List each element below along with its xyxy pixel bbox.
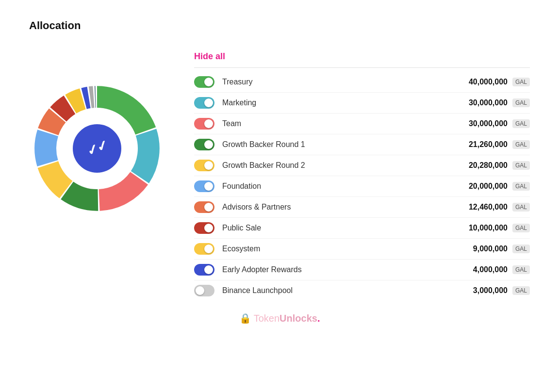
legend-unit: GAL	[512, 224, 530, 232]
legend-label: Treasury	[222, 78, 454, 86]
content-area: ✓✓ Hide all Treasury40,000,000GALMarketi…	[29, 51, 530, 301]
legend-row: Early Adopter Rewards4,000,000GAL	[194, 260, 530, 280]
chart-segment-2	[99, 172, 148, 211]
legend-row: Treasury40,000,000GAL	[194, 72, 530, 93]
toggle-marketing[interactable]	[194, 97, 214, 109]
footer-dot: .	[317, 313, 320, 324]
hide-all-button[interactable]: Hide all	[194, 51, 225, 62]
legend-value: 10,000,000	[454, 224, 508, 232]
donut-chart: ✓✓	[29, 81, 165, 216]
footer-token-text: Token	[254, 313, 280, 324]
toggle-team[interactable]	[194, 118, 214, 130]
chart-segment-1	[131, 129, 160, 183]
toggle-growth-backer-round-2[interactable]	[194, 160, 214, 171]
legend-label: Marketing	[222, 98, 454, 107]
toggle-advisors-&-partners[interactable]	[194, 201, 214, 213]
divider	[194, 67, 530, 68]
legend-list: Treasury40,000,000GALMarketing30,000,000…	[194, 72, 530, 301]
legend-unit: GAL	[512, 78, 530, 86]
toggle-early-adopter-rewards[interactable]	[194, 264, 214, 276]
legend-label: Team	[222, 119, 454, 128]
chart-center-icon: ✓✓	[85, 139, 109, 159]
legend-label: Public Sale	[222, 224, 454, 232]
legend-label: Advisors & Partners	[222, 203, 454, 212]
legend-unit: GAL	[512, 286, 530, 295]
legend-unit: GAL	[512, 140, 530, 149]
legend-value: 12,460,000	[454, 203, 508, 212]
legend-value: 4,000,000	[454, 265, 508, 274]
legend-label: Growth Backer Round 2	[222, 161, 454, 170]
legend-unit: GAL	[512, 203, 530, 212]
chart-segment-5	[34, 130, 58, 166]
footer-unlocks-text: Unlocks	[280, 313, 317, 324]
legend-value: 20,000,000	[454, 182, 508, 191]
legend-unit: GAL	[512, 265, 530, 274]
toggle-ecosystem[interactable]	[194, 243, 214, 255]
legend-row: Growth Backer Round 121,260,000GAL	[194, 134, 530, 155]
legend-row: Ecosystem9,000,000GAL	[194, 239, 530, 260]
footer-icon: 🔒	[239, 313, 251, 324]
legend-row: Growth Backer Round 220,280,000GAL	[194, 155, 530, 176]
toggle-treasury[interactable]	[194, 76, 214, 88]
legend-label: Binance Launchpool	[222, 286, 454, 295]
legend-unit: GAL	[512, 161, 530, 170]
legend-value: 40,000,000	[454, 78, 508, 86]
legend-unit: GAL	[512, 245, 530, 253]
toggle-binance-launchpool[interactable]	[194, 285, 214, 296]
legend-label: Early Adopter Rewards	[222, 265, 454, 274]
legend-area: Hide all Treasury40,000,000GALMarketing3…	[194, 51, 530, 301]
legend-row: Advisors & Partners12,460,000GAL	[194, 197, 530, 218]
legend-value: 20,280,000	[454, 161, 508, 170]
legend-row: Foundation20,000,000GAL	[194, 176, 530, 197]
legend-row: Marketing30,000,000GAL	[194, 93, 530, 114]
page-title: Allocation	[29, 19, 530, 32]
toggle-foundation[interactable]	[194, 180, 214, 192]
legend-value: 30,000,000	[454, 119, 508, 128]
legend-value: 3,000,000	[454, 286, 508, 295]
footer-watermark: 🔒 TokenUnlocks.	[29, 312, 530, 324]
toggle-growth-backer-round-1[interactable]	[194, 139, 214, 150]
legend-unit: GAL	[512, 182, 530, 191]
chart-center-logo: ✓✓	[70, 122, 124, 175]
legend-value: 30,000,000	[454, 98, 508, 107]
toggle-public-sale[interactable]	[194, 222, 214, 234]
legend-row: Team30,000,000GAL	[194, 114, 530, 134]
legend-row: Binance Launchpool3,000,000GAL	[194, 280, 530, 301]
legend-unit: GAL	[512, 119, 530, 128]
legend-unit: GAL	[512, 98, 530, 107]
legend-label: Ecosystem	[222, 245, 454, 253]
legend-label: Foundation	[222, 182, 454, 191]
chart-segment-11	[95, 86, 96, 108]
legend-label: Growth Backer Round 1	[222, 140, 454, 149]
legend-value: 9,000,000	[454, 245, 508, 253]
legend-row: Public Sale10,000,000GAL	[194, 218, 530, 239]
legend-value: 21,260,000	[454, 140, 508, 149]
